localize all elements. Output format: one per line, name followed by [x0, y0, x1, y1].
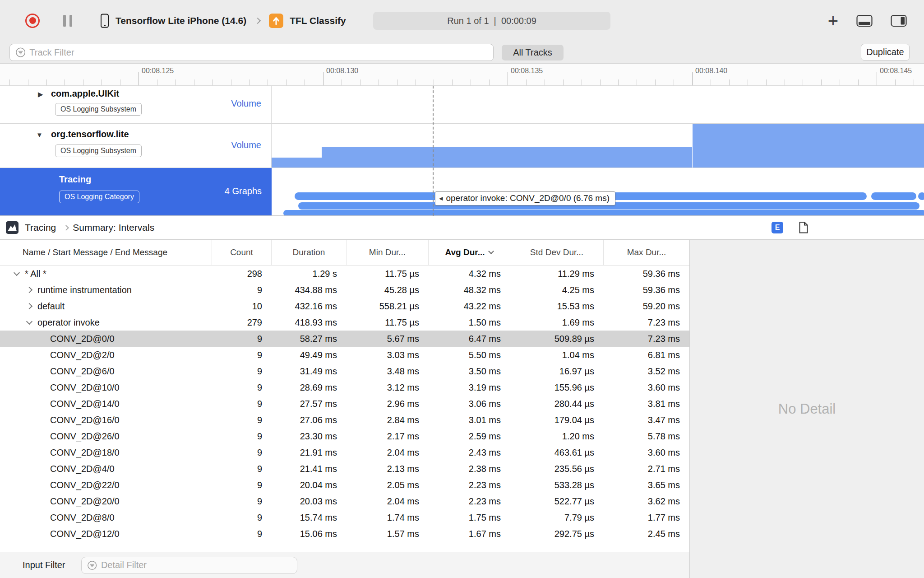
interval-capsule[interactable] [918, 192, 924, 200]
table-row[interactable]: CONV_2D@2/0 9 49.49 ms 3.03 ms 5.50 ms 1… [0, 347, 689, 363]
track-lane-volume-graph[interactable] [272, 124, 924, 168]
row-duration: 21.41 ms [272, 461, 346, 477]
column-header-name[interactable]: Name / Start Message / End Message [0, 240, 212, 265]
track-row-uikit[interactable]: ▶ com.apple.UIKit OS Logging Subsystem V… [0, 86, 924, 124]
track-lane-uikit[interactable] [272, 86, 924, 123]
column-header-max-dur[interactable]: Max Dur... [604, 240, 689, 265]
row-std-dev-dur: 509.89 µs [510, 331, 604, 347]
pause-button[interactable] [63, 15, 72, 27]
record-button[interactable] [25, 14, 40, 28]
row-avg-dur: 2.23 ms [429, 493, 510, 509]
table-row[interactable]: runtime instrumentation 9 434.88 ms 45.2… [0, 282, 689, 298]
row-avg-dur: 2.59 ms [429, 428, 510, 444]
row-duration: 432.16 ms [272, 298, 346, 314]
row-name-cell: CONV_2D@22/0 [0, 477, 212, 493]
add-instrument-button[interactable]: + [828, 12, 838, 30]
column-header-avg-dur[interactable]: Avg Dur... [429, 240, 510, 265]
document-icon[interactable] [799, 221, 808, 234]
column-header-label: Avg Dur... [445, 247, 485, 257]
table-row[interactable]: * All * 298 1.29 s 11.75 µs 4.32 ms 11.2… [0, 266, 689, 282]
playhead-line[interactable] [433, 86, 434, 216]
table-row[interactable]: CONV_2D@18/0 9 21.91 ms 2.04 ms 2.43 ms … [0, 444, 689, 461]
device-target-selector[interactable]: Tensorflow Lite iPhone (14.6) TFL Classi… [100, 14, 346, 28]
toggle-bottom-pane-button[interactable] [856, 14, 873, 27]
track-row-tracing[interactable]: Tracing OS Logging Category 4 Graphs ◀ o… [0, 168, 924, 216]
row-duration: 15.74 ms [272, 509, 346, 526]
row-disclosure-icon[interactable] [26, 303, 32, 309]
row-max-dur: 1.77 ms [604, 509, 689, 526]
row-count: 279 [212, 314, 272, 331]
table-row[interactable]: operator invoke 279 418.93 ms 11.75 µs 1… [0, 314, 689, 331]
pause-icon [63, 15, 66, 27]
expand-detail-button[interactable]: E [772, 222, 783, 233]
table-row[interactable]: CONV_2D@26/0 9 23.30 ms 2.17 ms 2.59 ms … [0, 428, 689, 444]
row-name: CONV_2D@4/0 [50, 464, 115, 474]
track-filter-input[interactable] [29, 47, 488, 58]
breadcrumb-root[interactable]: Tracing [25, 222, 56, 233]
bottom-filter-bar: Input Filter [0, 552, 689, 578]
table-row[interactable]: CONV_2D@22/0 9 20.04 ms 2.05 ms 2.23 ms … [0, 477, 689, 493]
track-filter-field[interactable] [9, 44, 494, 61]
row-avg-dur: 3.19 ms [429, 379, 510, 396]
instruments-window: Tensorflow Lite iPhone (14.6) TFL Classi… [0, 0, 924, 578]
table-row[interactable]: default 10 432.16 ms 558.21 µs 43.22 ms … [0, 298, 689, 314]
row-name-cell: default [0, 298, 212, 314]
table-row[interactable]: CONV_2D@10/0 9 28.69 ms 3.12 ms 3.19 ms … [0, 379, 689, 396]
table-row[interactable]: CONV_2D@4/0 9 21.41 ms 2.13 ms 2.38 ms 2… [0, 461, 689, 477]
toggle-right-pane-button[interactable] [891, 14, 907, 27]
row-max-dur: 7.23 ms [604, 331, 689, 347]
row-max-dur: 59.36 ms [604, 282, 689, 298]
volume-graph-segment [322, 147, 692, 168]
row-disclosure-icon[interactable] [14, 270, 20, 276]
interval-capsule[interactable] [283, 210, 924, 215]
row-count: 9 [212, 412, 272, 428]
table-row[interactable]: CONV_2D@20/0 9 20.03 ms 2.04 ms 2.23 ms … [0, 493, 689, 509]
row-max-dur: 3.81 ms [604, 396, 689, 412]
row-count: 9 [212, 461, 272, 477]
row-avg-dur: 1.75 ms [429, 509, 510, 526]
row-max-dur: 3.65 ms [604, 477, 689, 493]
interval-capsule[interactable] [871, 192, 916, 200]
row-avg-dur: 48.32 ms [429, 282, 510, 298]
column-header-count[interactable]: Count [212, 240, 272, 265]
disclosure-expanded-icon[interactable]: ▼ [36, 131, 43, 139]
row-std-dev-dur: 280.44 µs [510, 396, 604, 412]
column-header-min-dur[interactable]: Min Dur... [346, 240, 429, 265]
row-min-dur: 11.75 µs [346, 314, 429, 331]
filter-icon [87, 560, 97, 571]
row-max-dur: 3.47 ms [604, 412, 689, 428]
row-std-dev-dur: 292.75 µs [510, 526, 604, 542]
row-avg-dur: 3.50 ms [429, 363, 510, 379]
detail-filter-field[interactable] [81, 557, 297, 574]
table-row[interactable]: CONV_2D@6/0 9 31.49 ms 3.48 ms 3.50 ms 1… [0, 363, 689, 379]
table-row[interactable]: CONV_2D@8/0 9 15.74 ms 1.74 ms 1.75 ms 7… [0, 509, 689, 526]
track-area: ▶ com.apple.UIKit OS Logging Subsystem V… [0, 86, 924, 216]
breadcrumb-page[interactable]: Summary: Intervals [73, 222, 154, 233]
right-pane-icon [891, 14, 907, 27]
column-header-std-dev-dur[interactable]: Std Dev Dur... [510, 240, 604, 265]
timeline-ruler[interactable]: 00:08.12500:08.13000:08.13500:08.14000:0… [0, 64, 924, 86]
duplicate-button[interactable]: Duplicate [861, 44, 910, 61]
table-row[interactable]: CONV_2D@12/0 9 15.06 ms 1.57 ms 1.67 ms … [0, 526, 689, 542]
disclosure-collapsed-icon[interactable]: ▶ [38, 90, 43, 98]
row-count: 9 [212, 509, 272, 526]
row-max-dur: 3.60 ms [604, 379, 689, 396]
column-header-duration[interactable]: Duration [272, 240, 346, 265]
all-tracks-button[interactable]: All Tracks [502, 45, 564, 61]
row-min-dur: 3.48 ms [346, 363, 429, 379]
row-disclosure-icon[interactable] [26, 318, 32, 325]
row-avg-dur: 1.50 ms [429, 314, 510, 331]
track-lane-intervals[interactable]: ◀ operator invoke: CONV_2D@0/0 (6.76 ms) [272, 168, 924, 215]
table-row[interactable]: CONV_2D@16/0 9 27.06 ms 2.84 ms 3.01 ms … [0, 412, 689, 428]
row-name: CONV_2D@0/0 [50, 334, 115, 344]
row-duration: 28.69 ms [272, 379, 346, 396]
row-name-cell: CONV_2D@0/0 [0, 331, 212, 347]
table-row[interactable]: CONV_2D@14/0 9 27.57 ms 2.96 ms 3.06 ms … [0, 396, 689, 412]
table-row[interactable]: CONV_2D@0/0 9 58.27 ms 5.67 ms 6.47 ms 5… [0, 331, 689, 347]
volume-graph-segment [693, 124, 924, 168]
row-disclosure-icon[interactable] [26, 287, 32, 293]
row-duration: 49.49 ms [272, 347, 346, 363]
track-row-tensorflow[interactable]: ▼ org.tensorflow.lite OS Logging Subsyst… [0, 124, 924, 168]
row-max-dur: 7.23 ms [604, 314, 689, 331]
detail-filter-input[interactable] [101, 560, 292, 570]
